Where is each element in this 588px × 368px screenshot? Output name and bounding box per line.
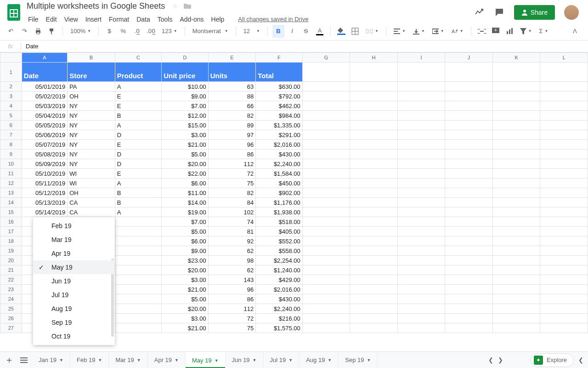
cell[interactable] (397, 169, 445, 178)
cell[interactable]: 86 (208, 150, 256, 159)
cell[interactable]: 05/08/2019 (22, 150, 67, 159)
row-header-3[interactable]: 3 (0, 92, 22, 101)
cell[interactable] (397, 265, 445, 275)
cell[interactable]: $9.00 (162, 246, 209, 256)
cell[interactable] (350, 236, 398, 246)
row-header-14[interactable]: 14 (0, 198, 22, 207)
menu-edit[interactable]: Edit (43, 14, 60, 25)
cell[interactable]: 05/02/2019 (22, 92, 67, 101)
row-header-10[interactable]: 10 (0, 159, 22, 169)
cell[interactable]: $1,938.00 (256, 207, 303, 217)
row-header-21[interactable]: 21 (0, 265, 22, 275)
redo-button[interactable]: ↷ (18, 25, 30, 38)
cell[interactable] (350, 82, 398, 92)
row-header-12[interactable]: 12 (0, 178, 22, 188)
cell[interactable]: B (115, 198, 162, 207)
cell[interactable] (350, 256, 398, 265)
cell[interactable] (302, 150, 350, 159)
cell[interactable]: 05/10/2019 (22, 169, 67, 178)
popup-item-oct-19[interactable]: Oct 19 (33, 329, 115, 343)
cell[interactable]: $429.00 (256, 275, 303, 285)
row-header-5[interactable]: 5 (0, 111, 22, 121)
cell[interactable]: CA (68, 207, 115, 217)
cell[interactable]: NY (68, 140, 115, 150)
popup-item-jun-19[interactable]: Jun 19 (33, 274, 115, 288)
cell[interactable]: 72 (208, 314, 256, 323)
cell[interactable]: $5.00 (162, 294, 209, 304)
cell[interactable]: 97 (208, 130, 256, 140)
cell[interactable] (445, 111, 493, 121)
cell[interactable] (302, 121, 350, 130)
cell[interactable]: $430.00 (256, 150, 303, 159)
cell[interactable]: A (115, 82, 162, 92)
cell[interactable]: 82 (208, 111, 256, 121)
popup-item-mar-19[interactable]: Mar 19 (33, 233, 115, 247)
cell[interactable]: $5.00 (162, 227, 209, 236)
strikethrough-button[interactable]: S (300, 25, 312, 38)
cell[interactable]: $7.00 (162, 217, 209, 227)
popup-item-sep-19[interactable]: Sep 19 (33, 316, 115, 329)
cell[interactable]: $430.00 (256, 294, 303, 304)
cell[interactable]: 05/14/2019 (22, 207, 67, 217)
cell[interactable] (445, 256, 493, 265)
col-header-A[interactable]: A (22, 53, 67, 63)
cell[interactable] (445, 314, 493, 323)
sheet-tab-jan-19[interactable]: Jan 19▼ (32, 352, 70, 356)
cell[interactable]: $20.00 (162, 265, 209, 275)
cell[interactable]: $2,016.00 (256, 140, 303, 150)
row-header-7[interactable]: 7 (0, 130, 22, 140)
folder-icon[interactable] (183, 3, 192, 10)
cell[interactable] (397, 246, 445, 256)
cell[interactable]: B (115, 188, 162, 198)
cell[interactable] (350, 130, 398, 140)
cell[interactable] (540, 169, 588, 178)
header-cell[interactable]: Total (256, 63, 303, 82)
menu-view[interactable]: View (61, 14, 81, 25)
row-header-2[interactable]: 2 (0, 82, 22, 92)
cell[interactable]: $3.00 (162, 314, 209, 323)
cell[interactable]: $1,240.00 (256, 265, 303, 275)
undo-button[interactable]: ↶ (5, 25, 17, 38)
cell[interactable]: 05/11/2019 (22, 178, 67, 188)
row-header-9[interactable]: 9 (0, 150, 22, 159)
row-header-1[interactable]: 1 (0, 63, 22, 82)
cell[interactable]: E (115, 92, 162, 101)
cell[interactable] (540, 275, 588, 285)
cell[interactable] (540, 140, 588, 150)
zoom-dropdown[interactable]: 100%▼ (68, 28, 94, 34)
cell[interactable] (445, 323, 493, 333)
cell[interactable] (302, 294, 350, 304)
text-rotation-button[interactable]: A▼ (449, 28, 466, 34)
cell[interactable]: $20.00 (162, 159, 209, 169)
cell[interactable] (350, 217, 398, 227)
cell[interactable] (445, 150, 493, 159)
cell[interactable]: 05/03/2019 (22, 101, 67, 111)
cell[interactable] (492, 294, 540, 304)
cell[interactable]: $20.00 (162, 304, 209, 314)
cell[interactable] (540, 294, 588, 304)
cell[interactable] (445, 92, 493, 101)
popup-item-jul-19[interactable]: Jul 19 (33, 288, 115, 302)
row-header-19[interactable]: 19 (0, 246, 22, 256)
cell[interactable]: $5.00 (162, 150, 209, 159)
cell[interactable]: $405.00 (256, 227, 303, 236)
cell[interactable] (350, 198, 398, 207)
decrease-decimal-button[interactable]: .0̲ (131, 25, 143, 38)
cell[interactable] (492, 111, 540, 121)
spreadsheet-grid[interactable]: ABCDEFGHIJKL1DateStoreProductUnit priceU… (0, 52, 588, 356)
cell[interactable] (492, 217, 540, 227)
cell[interactable]: $462.00 (256, 101, 303, 111)
cell[interactable]: 75 (208, 323, 256, 333)
formula-input[interactable]: Date (21, 43, 38, 50)
cell[interactable]: $14.00 (162, 198, 209, 207)
sheet-tab-jun-19[interactable]: Jun 19▼ (226, 352, 264, 356)
cell[interactable]: CA (68, 198, 115, 207)
cell[interactable] (302, 256, 350, 265)
cell[interactable] (350, 169, 398, 178)
cell[interactable] (115, 265, 162, 275)
cell[interactable] (397, 227, 445, 236)
row-header-13[interactable]: 13 (0, 188, 22, 198)
cell[interactable]: 05/06/2019 (22, 130, 67, 140)
menu-insert[interactable]: Insert (82, 14, 105, 25)
cell[interactable] (302, 169, 350, 178)
